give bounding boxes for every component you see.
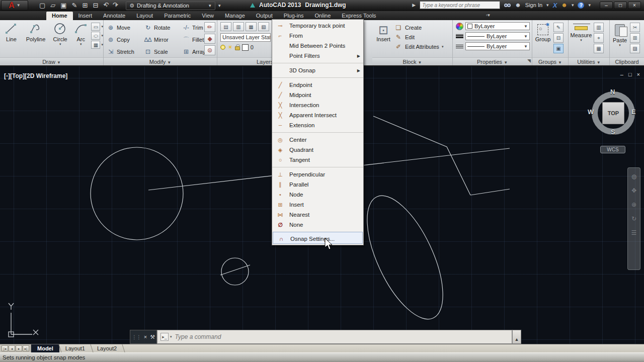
modify-side-button[interactable]: ⊜ [204,45,215,55]
exchange-apps-icon[interactable]: X [553,2,557,9]
search-input[interactable] [420,1,500,9]
ribbon-tab[interactable]: Parametric [158,12,196,20]
osnap-menu-item[interactable]: Point Filters ▶ [272,51,363,61]
modify-button[interactable]: ⇲ Stretch [107,46,144,58]
insert-block-button[interactable]: ⊡ Insert [372,20,394,50]
draw-panel-label[interactable]: Draw ▼ [0,57,103,65]
close-button[interactable]: × [628,2,641,9]
ellipse-button[interactable]: ⬭ [91,32,100,40]
command-bar-handle[interactable]: ⋮⋮ × ⚒ [130,330,157,344]
osnap-menu-item[interactable]: 3D Osnap ▶ [272,63,363,75]
block-row-button[interactable]: ✎ Edit [394,34,443,41]
wcs-menu[interactable]: WCS [600,146,625,153]
arc-button[interactable]: Arc ▾ [71,20,90,49]
osnap-menu-item[interactable]: ⊸ Temporary track point [272,21,363,31]
group-tool-button[interactable]: ⊟ [553,33,564,43]
ellipse-entity[interactable] [352,185,458,330]
hatch-button[interactable]: ▦ [91,41,100,49]
circle-button[interactable]: Circle ▾ [49,20,71,49]
line-button[interactable]: Line [0,20,23,49]
polyline-button[interactable]: Polyline [23,20,49,49]
paste-button[interactable]: Paste ▾ [610,20,630,53]
chevron-down-icon[interactable]: ▾ [572,3,574,8]
utility-tool-button[interactable]: ⌖ [594,33,604,43]
group-tool-button[interactable]: ▣ [553,44,564,53]
help-icon[interactable]: ? [578,2,584,9]
modify-button[interactable]: ⊕ Move [107,22,144,34]
layout-tab[interactable]: Model [31,344,59,352]
osnap-menu-item[interactable]: ╳ Apparent Intersect [272,110,363,120]
osnap-menu-item[interactable]: ┄ Extension [272,120,363,130]
clipboard-tool-button[interactable]: ✂ [630,23,640,32]
qat-button[interactable]: ✎ [72,1,77,11]
sign-in-button[interactable]: Sign In [525,2,542,8]
qat-button[interactable]: ▣ [60,1,66,11]
compass-east[interactable]: E [631,108,636,116]
compass-south[interactable]: S [611,128,615,136]
osnap-menu-item[interactable]: ╱ Midpoint [272,90,363,100]
minimize-button[interactable]: – [600,2,613,9]
small-line-entity[interactable] [220,265,250,275]
modify-side-button[interactable]: ◆ [204,34,215,44]
utilities-panel-label[interactable]: Utilities ▼ [569,57,609,65]
osnap-menu-item[interactable]: ∥ Parallel [272,179,363,190]
group-tool-button[interactable]: ✎ [553,23,564,32]
osnap-menu-item[interactable]: ⊥ Perpendicular [272,167,363,179]
recent-commands-icon[interactable]: ▸_ [160,333,169,341]
drag-grip-icon[interactable]: ⋮⋮ [132,334,141,340]
command-input-area[interactable]: ▸_ ▾ [157,330,512,344]
qat-button[interactable]: ▱ [50,1,55,11]
modify-button[interactable]: ∆∆ Mirror [144,34,182,46]
utility-tool-button[interactable]: ▥ [594,23,604,32]
ribbon-tab[interactable]: Manage [219,12,251,20]
infocenter-toggle-icon[interactable]: ▶ [412,3,416,8]
osnap-menu-item[interactable]: • Node [272,190,363,200]
search-icon[interactable] [504,4,511,7]
osnap-menu-item[interactable]: ╱ Endpoint [272,77,363,90]
utility-tool-button[interactable]: ▦ [594,44,604,53]
zoom-icon[interactable]: ⊕ [631,201,636,208]
clipboard-panel-label[interactable]: Clipboard [610,57,644,65]
layer-thaw-sun-icon[interactable]: ☀ [227,44,233,51]
layout-tab[interactable]: Layout2 [91,344,123,352]
small-circle-entity[interactable] [221,258,249,285]
communication-center-icon[interactable]: ☻ [561,2,568,9]
object-color-combobox[interactable]: ByLayer ▼ [465,22,530,30]
ribbon-tab[interactable]: Layout [131,12,158,20]
clipboard-tool-button[interactable]: ▨ [630,44,640,53]
osnap-menu-item[interactable]: ╳ Intersection [272,100,363,110]
tab-nav-button[interactable]: |◂ [2,345,8,351]
modify-button[interactable]: ↻ Rotate [144,22,182,34]
layer-color-swatch[interactable] [242,44,249,51]
modify-button[interactable]: ⊡ Scale [144,46,182,58]
modify-panel-label[interactable]: Modify ▼ [104,57,217,65]
compass-west[interactable]: W [588,108,594,116]
customize-wrench-icon[interactable]: ⚒ [150,334,155,340]
layout-tab[interactable]: Layout1 [59,344,91,352]
group-button[interactable]: Group [532,20,553,53]
measure-button[interactable]: Measure ▾ [569,20,594,53]
layer-state-combobox[interactable]: Unsaved Layer State [220,33,271,42]
command-input[interactable] [175,333,509,340]
command-history-toggle[interactable]: ▲ [512,330,521,344]
linetype-icon[interactable] [456,45,463,48]
short-line-entity[interactable] [470,189,510,195]
osnap-menu-item[interactable]: ◈ Quadrant [272,145,363,155]
command-close-icon[interactable]: × [144,334,147,340]
qat-button[interactable]: ⊞ [83,1,88,11]
compass-north[interactable]: N [610,88,615,96]
osnap-menu-item[interactable]: ◎ Center [272,132,363,145]
osnap-menu-item[interactable]: Mid Between 2 Points [272,41,363,51]
block-row-button[interactable]: ❑ Create [394,24,443,31]
tab-nav-button[interactable]: ▸ [16,345,22,351]
qat-button[interactable]: ▢ [39,1,45,11]
layer-tool-button[interactable]: ▦ [246,22,257,31]
modify-button[interactable]: ⊚ Copy [107,34,144,46]
osnap-menu-item[interactable]: ∩ Osnap Settings... [273,232,363,244]
ribbon-tab[interactable]: View [196,12,219,20]
orbit-icon[interactable]: ↻ [631,215,636,222]
properties-panel-label[interactable]: Properties ▼ ◥ [453,57,532,65]
layer-tool-button[interactable]: ▧ [258,22,269,31]
osnap-menu-item[interactable]: ⋈ Nearest [272,210,363,220]
layer-tool-button[interactable]: ▥ [233,22,244,31]
